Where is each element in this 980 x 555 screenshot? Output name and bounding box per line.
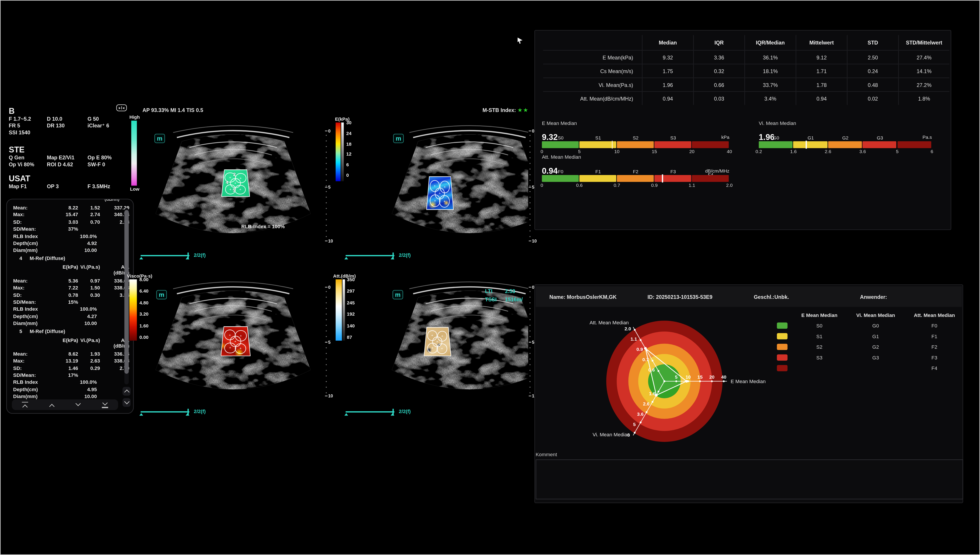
- patient-name: Name: MorbusOslerKM,GK: [549, 294, 647, 300]
- table-header: Median: [642, 35, 693, 50]
- table-cell: 3.4%: [745, 91, 796, 105]
- legend-grade-label: G3: [847, 355, 904, 360]
- radar-axis-tick: [711, 380, 713, 382]
- table-cell: 1.71: [796, 64, 847, 77]
- us-image-mstb[interactable]: m12435: [141, 119, 326, 251]
- gauge-tick-label: 3.6: [859, 149, 866, 154]
- table-header: STD/Mittelwert: [898, 35, 950, 50]
- patient-sex: Geschl.:Unbk.: [754, 294, 860, 300]
- gauge-header: 1.96G0G1G2G3Pa.s: [759, 126, 932, 141]
- info-value: 100.0%: [50, 379, 97, 386]
- measurement-section-header: 4M-Ref (Diffuse): [13, 255, 119, 262]
- table-cell: 1.75: [642, 64, 693, 77]
- measurement-cell: 15.47: [50, 212, 78, 218]
- radar-tick-label: 3.6: [637, 412, 644, 417]
- radar-axis-label: Att. Mean Median: [589, 320, 629, 326]
- param-row: Op Vi 80%ROI D 4.62SW-F 0: [9, 161, 134, 168]
- info-value: 4.92: [50, 240, 97, 247]
- column-header: E(kPa): [50, 264, 78, 276]
- gauge-tick-label: 1.6: [790, 149, 796, 154]
- param-value: SSI 1540: [9, 130, 47, 136]
- page-up-icon[interactable]: [48, 402, 56, 408]
- measurement-cell: Mean:: [13, 350, 50, 358]
- cine-frame-label: 2/2(f): [194, 253, 206, 258]
- gauge-bar: [542, 175, 729, 182]
- gauge-value: 1.96: [759, 133, 775, 142]
- table-header: Mittelwert: [796, 35, 847, 50]
- gauge-segment: [863, 141, 897, 148]
- ultrasound-elastography-screen: B F 1.7~5.2D 10.0G 50FR 5DR 130iClear⁺ 6…: [0, 0, 980, 555]
- statistics-table: MedianIQRIQR/MedianMittelwertSTDSTD/Mitt…: [543, 35, 950, 105]
- info-label: RLB Index: [13, 233, 50, 240]
- radar-data-point: [644, 347, 647, 350]
- gauge-ticks: 0510152040: [542, 148, 729, 154]
- measurement-cell: 37%: [50, 226, 78, 233]
- roi-sample-number: 5: [233, 188, 235, 193]
- comment-input[interactable]: [536, 459, 963, 499]
- gauge-segment: [617, 141, 653, 148]
- legend-header: Att. Mean Median: [905, 313, 964, 318]
- table-row-label: E Mean(kPa): [543, 50, 642, 64]
- gauge-segment: [579, 141, 616, 148]
- colorbar-tick: 350: [347, 277, 359, 282]
- info-label: Depth(cm): [13, 240, 50, 247]
- roi-colormap: [221, 327, 250, 356]
- gauge-ticks: 00.60.70.91.12.0: [542, 182, 729, 188]
- gauge-value-marker: [806, 141, 807, 149]
- gauge-zone-label: S1: [595, 135, 601, 141]
- mode-usat-params: Map F1OP 3F 3.5MHz: [9, 183, 134, 190]
- measurement-cell: [78, 226, 100, 233]
- page-down-icon[interactable]: [74, 402, 82, 408]
- gauge-title: Vi. Mean Median: [759, 121, 932, 126]
- table-cell: 0.94: [642, 91, 693, 105]
- us-image-viscosity[interactable]: m: [141, 275, 326, 407]
- gauge-zone-label: F3: [671, 169, 676, 174]
- measurement-row: SD:3.030.702.18: [13, 218, 119, 226]
- scroll-up-button[interactable]: [122, 387, 131, 396]
- us-image-elasticity[interactable]: m: [346, 119, 528, 251]
- legend-color-swatch: [777, 365, 788, 371]
- spacer: [13, 264, 50, 276]
- scroll-down-button[interactable]: [122, 398, 131, 407]
- measurement-info-row: RLB Index100.0%: [13, 233, 119, 240]
- cine-freeze-icon: [116, 104, 127, 111]
- probe-orientation-logo: m: [154, 134, 165, 143]
- measurement-cell: 0.30: [78, 292, 100, 299]
- measurement-cell: Max:: [13, 212, 50, 218]
- mode-usat-title: USAT: [9, 174, 134, 183]
- measurement-cell: 7.22: [50, 284, 78, 292]
- gauge-bar: [542, 141, 729, 148]
- measurement-name: M-Ref (Diffuse): [30, 328, 65, 335]
- measurement-cell: 3.03: [50, 218, 78, 226]
- info-label: Diam(mm): [13, 320, 50, 327]
- roi-colormap: [424, 327, 450, 356]
- gauge-tick-label: 0: [541, 182, 543, 188]
- scrollbar-thumb[interactable]: [125, 210, 129, 374]
- staging-radar-chart: 510152040E Mean Median0.60.70.91.12.0Att…: [562, 306, 781, 450]
- gauge-value-marker: [612, 141, 613, 149]
- gauge-segment: [654, 175, 691, 182]
- lti-label: LTI: [485, 287, 505, 295]
- measurement-cell: 1.93: [78, 350, 100, 358]
- scroll-to-bottom-icon[interactable]: [101, 402, 109, 408]
- colorbar-tick: 1.60: [139, 323, 154, 328]
- table-row-label: Att. Mean(dB/cm/MHz): [543, 91, 642, 105]
- quality-bar-high-label: High: [130, 114, 140, 120]
- radar-data-point: [655, 394, 658, 396]
- measurement-cell: [78, 372, 100, 379]
- param-row: Map F1OP 3F 3.5MHz: [9, 183, 134, 190]
- measurement-cell: 1.46: [50, 365, 78, 372]
- gauge-tick-label: 2.0: [726, 182, 733, 188]
- radar-tick-label: 5: [633, 422, 636, 427]
- colorbar-tick: 3.20: [139, 311, 154, 317]
- measurement-scrollbar[interactable]: [125, 208, 129, 385]
- measurement-cell: 8.62: [50, 350, 78, 358]
- measurement-row: SD:1.460.292.70: [13, 365, 119, 372]
- attenuation-colorbar-ticks: 35029724519214087: [347, 277, 359, 340]
- measurement-cell: 15%: [50, 299, 78, 306]
- legend-grade-label: G2: [847, 344, 904, 350]
- param-value: Op Vi 80%: [9, 161, 47, 168]
- scroll-to-top-icon[interactable]: [21, 402, 29, 408]
- legend-grade-label: S0: [792, 323, 847, 328]
- radar-tick-label: 40: [721, 374, 726, 380]
